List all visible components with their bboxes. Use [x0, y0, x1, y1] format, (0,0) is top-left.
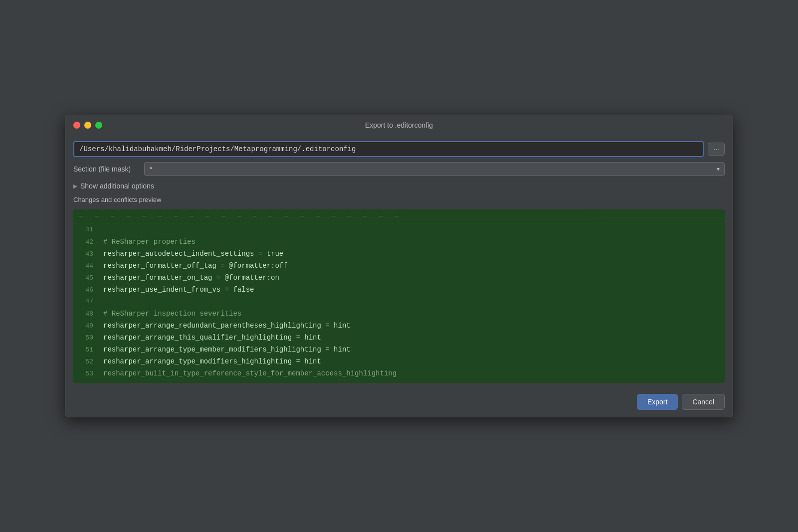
fade-dashes-icon: — — — — — — — — — — — — — — — — — — — — … [79, 212, 402, 220]
preview-fade: — — — — — — — — — — — — — — — — — — — — … [73, 209, 725, 223]
maximize-button[interactable] [95, 122, 102, 129]
path-row: ··· [73, 141, 725, 157]
line-content: resharper_autodetect_indent_settings = t… [103, 250, 283, 258]
table-row: 47 [73, 297, 725, 309]
code-lines: 4142# ReSharper properties43resharper_au… [73, 223, 725, 383]
window-controls [73, 122, 102, 129]
section-row: Section (file mask) * ▾ [73, 162, 725, 176]
table-row: 41 [73, 225, 725, 237]
line-number: 44 [73, 262, 103, 270]
line-content: resharper_arrange_type_modifiers_highlig… [103, 357, 321, 365]
table-row: 48# ReSharper inspection severities [73, 309, 725, 321]
preview-label: Changes and conflicts preview [73, 196, 725, 203]
preview-area: — — — — — — — — — — — — — — — — — — — — … [73, 209, 725, 383]
line-content: resharper_arrange_type_member_modifiers_… [103, 346, 351, 354]
table-row: 46resharper_use_indent_from_vs = false [73, 285, 725, 297]
export-button[interactable]: Export [637, 394, 678, 410]
more-options-button[interactable]: ··· [708, 143, 725, 156]
dialog-title: Export to .editorconfig [365, 121, 433, 129]
section-select[interactable]: * [144, 162, 725, 176]
table-row: 50resharper_arrange_this_qualifier_highl… [73, 333, 725, 345]
dialog-body: ··· Section (file mask) * ▾ ▶ Show addit… [65, 135, 733, 389]
line-number: 48 [73, 310, 103, 318]
line-number: 42 [73, 238, 103, 246]
line-number: 52 [73, 358, 103, 365]
table-row: 43resharper_autodetect_indent_settings =… [73, 249, 725, 261]
section-select-wrap: * ▾ [144, 162, 725, 176]
line-number: 45 [73, 274, 103, 282]
line-number: 51 [73, 346, 103, 354]
table-row: 44resharper_formatter_off_tag = @formatt… [73, 261, 725, 273]
line-number: 46 [73, 286, 103, 294]
line-number: 47 [73, 298, 103, 305]
dialog-footer: Export Cancel [65, 389, 733, 417]
path-input[interactable] [73, 141, 704, 157]
table-row: 53resharper_built_in_type_reference_styl… [73, 369, 725, 381]
line-content: resharper_formatter_off_tag = @formatter… [103, 262, 288, 270]
line-content: resharper_formatter_on_tag = @formatter:… [103, 274, 279, 282]
line-content: # ReSharper properties [103, 238, 196, 246]
cancel-button[interactable]: Cancel [682, 394, 725, 410]
line-content: # ReSharper inspection severities [103, 310, 241, 318]
additional-options-label: Show additional options [80, 182, 154, 190]
section-label: Section (file mask) [73, 165, 138, 173]
title-bar: Export to .editorconfig [65, 115, 733, 135]
line-content: resharper_arrange_redundant_parentheses_… [103, 322, 351, 330]
line-content: resharper_built_in_type_reference_style_… [103, 369, 397, 377]
line-number: 41 [73, 226, 103, 233]
table-row: 52resharper_arrange_type_modifiers_highl… [73, 357, 725, 369]
export-dialog: Export to .editorconfig ··· Section (fil… [65, 115, 733, 417]
chevron-right-icon: ▶ [73, 183, 77, 189]
additional-options-toggle[interactable]: ▶ Show additional options [73, 181, 725, 191]
table-row: 42# ReSharper properties [73, 237, 725, 249]
close-button[interactable] [73, 122, 80, 129]
table-row: 45resharper_formatter_on_tag = @formatte… [73, 273, 725, 285]
line-content: resharper_use_indent_from_vs = false [103, 286, 254, 294]
line-number: 43 [73, 250, 103, 258]
line-number: 50 [73, 334, 103, 342]
table-row: 51resharper_arrange_type_member_modifier… [73, 345, 725, 357]
line-number: 53 [73, 370, 103, 377]
line-content: resharper_arrange_this_qualifier_highlig… [103, 334, 321, 342]
line-number: 49 [73, 322, 103, 330]
minimize-button[interactable] [84, 122, 91, 129]
table-row: 49resharper_arrange_redundant_parenthese… [73, 321, 725, 333]
